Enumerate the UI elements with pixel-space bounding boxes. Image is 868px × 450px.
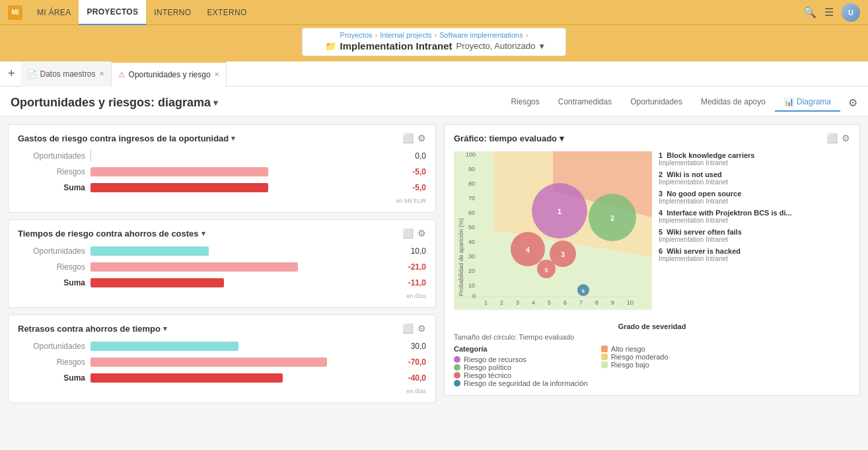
riesgo-moderado-square <box>601 354 608 360</box>
category-label: Categoría <box>454 345 588 353</box>
tab-datos-maestros-close[interactable]: ✕ <box>99 70 104 77</box>
chart1-icons: ⬜ ⚙ <box>402 133 426 143</box>
breadcrumb-software-implementations[interactable]: Software implementations <box>439 31 523 39</box>
view-title-dropdown[interactable]: ▾ <box>213 98 218 108</box>
chart1-header: Gastos de riesgo contra ingresos de la o… <box>18 133 426 143</box>
legend-riesgo-recursos: Riesgo de recursos <box>454 356 588 363</box>
chart3-icons: ⬜ ⚙ <box>402 323 426 334</box>
right-chart-card: Gráfico: tiempo evaluado ▾ ⬜ ⚙ <box>444 124 860 396</box>
svg-text:5: 5 <box>544 267 548 274</box>
legend-item-5: 5 Wiki server often fails Implementation… <box>659 228 850 243</box>
riesgo-bajo-square <box>601 361 608 368</box>
legend-list: 1 Block knowledge carriers Implementatio… <box>659 151 850 312</box>
svg-text:6: 6 <box>563 299 567 306</box>
svg-text:20: 20 <box>468 268 475 274</box>
chart-tiempos-riesgo: Tiempos de riesgo contra ahorros de cost… <box>8 219 436 308</box>
project-icon: 📁 <box>325 41 336 52</box>
chart1-riesgos-value: -5,0 <box>386 167 426 176</box>
project-header: Proyectos › Internal projects › Software… <box>0 25 868 61</box>
chart2-dropdown[interactable]: ▾ <box>201 229 205 238</box>
tab-medidas-apoyo[interactable]: Medidas de apoyo <box>692 93 775 112</box>
project-dropdown-arrow[interactable]: ▾ <box>540 42 544 51</box>
view-header: Oportunidades y riesgos: diagrama ▾ Ries… <box>0 87 868 116</box>
chart2-oport-value: 10,0 <box>386 246 426 256</box>
chart2-export-icon[interactable]: ⬜ <box>402 228 414 239</box>
chart1-riesgos-bar <box>90 166 386 178</box>
oportunidades-icon: ⚠ <box>118 70 126 79</box>
search-icon[interactable]: 🔍 <box>803 6 816 19</box>
tabs-bar: + 📄 Datos maestros ✕ ⚠ Oportunidades y r… <box>0 61 868 87</box>
project-badge: Proyecto, Autorizado <box>456 41 536 51</box>
circle-note: Tamaño del círculo: Tiempo evaluado <box>454 333 850 341</box>
nav-mi-area[interactable]: MI ÁREA <box>29 0 79 25</box>
svg-text:60: 60 <box>468 209 475 216</box>
chart2-settings-icon[interactable]: ⚙ <box>417 228 426 239</box>
legend-item-1: 1 Block knowledge carriers Implementatio… <box>659 151 850 167</box>
legend-item-4: 4 Interface with Projektron BCS is di...… <box>659 209 850 224</box>
nav-proyectos[interactable]: PROYECTOS <box>79 0 146 25</box>
tab-oportunidades-view[interactable]: Oportunidades <box>621 93 692 112</box>
chart2-riesgos-label: Riesgos <box>18 262 90 272</box>
chart1-export-icon[interactable]: ⬜ <box>402 133 414 143</box>
project-title: 📁 Implementation Intranet Proyecto, Auto… <box>312 40 556 52</box>
chart3-header: Retrasos contra ahorros de tiempo ▾ ⬜ ⚙ <box>18 323 426 334</box>
chart1-suma-bar <box>90 182 386 194</box>
chart3-riesgos-bar <box>90 356 386 368</box>
chart1-dropdown[interactable]: ▾ <box>231 134 235 143</box>
chart3-export-icon[interactable]: ⬜ <box>402 323 414 334</box>
chart2-unit: en días <box>18 293 426 299</box>
legend-item-2: 2 Wiki is not used Implementation Intran… <box>659 170 850 186</box>
svg-text:5: 5 <box>548 299 551 306</box>
nav-interno[interactable]: INTERNO <box>146 0 199 25</box>
svg-text:100: 100 <box>466 151 476 158</box>
svg-text:1: 1 <box>484 299 488 306</box>
svg-text:2: 2 <box>500 299 503 306</box>
chart1-riesgos-label: Riesgos <box>18 167 90 176</box>
svg-text:4: 4 <box>526 246 530 254</box>
diagrama-label: Diagrama <box>797 97 831 106</box>
chart2-header: Tiempos de riesgo contra ahorros de cost… <box>18 228 426 239</box>
nav-externo[interactable]: EXTERNO <box>199 0 254 25</box>
chart2-icons: ⬜ ⚙ <box>402 228 426 239</box>
right-chart-settings-icon[interactable]: ⚙ <box>842 133 850 143</box>
diagrama-icon: 📊 <box>784 97 794 106</box>
right-chart-export-icon[interactable]: ⬜ <box>826 133 838 143</box>
bubble-svg: 100 90 80 70 60 50 40 30 20 10 0 <box>454 151 652 310</box>
bubble-chart-wrapper: 100 90 80 70 60 50 40 30 20 10 0 <box>454 151 850 312</box>
right-chart-dropdown[interactable]: ▾ <box>560 133 564 143</box>
breadcrumb-proyectos[interactable]: Proyectos <box>340 31 373 39</box>
chart1-settings-icon[interactable]: ⚙ <box>417 133 426 143</box>
svg-text:30: 30 <box>468 253 475 260</box>
view-settings-icon[interactable]: ⚙ <box>848 96 857 109</box>
menu-icon[interactable]: ☰ <box>824 6 834 19</box>
tab-datos-maestros[interactable]: 📄 Datos maestros ✕ <box>20 61 112 87</box>
svg-text:10: 10 <box>627 299 633 306</box>
chart3-suma-bar <box>90 372 386 384</box>
right-chart-icons: ⬜ ⚙ <box>826 133 850 143</box>
tab-riesgos[interactable]: Riesgos <box>501 93 548 112</box>
chart3-dropdown[interactable]: ▾ <box>163 324 167 333</box>
view-title: Oportunidades y riesgos: diagrama ▾ <box>11 96 218 110</box>
tab-datos-maestros-label: Datos maestros <box>40 69 96 79</box>
svg-text:90: 90 <box>468 166 475 172</box>
svg-text:7: 7 <box>579 299 583 306</box>
chart2-suma-value: -11,0 <box>386 278 426 287</box>
chart2-riesgos-bar <box>90 261 386 273</box>
add-tab-button[interactable]: + <box>8 67 15 81</box>
tab-diagrama[interactable]: 📊 Diagrama <box>775 93 840 112</box>
svg-text:3: 3 <box>516 299 519 306</box>
legend-item-3: 3 No good open source Implementation Int… <box>659 190 850 205</box>
nav-logo: MI <box>8 5 22 20</box>
bottom-legend: Grado de severidad Tamaño del círculo: T… <box>454 322 850 387</box>
chart2-riesgos-row: Riesgos -21,0 <box>18 261 426 273</box>
chart3-settings-icon[interactable]: ⚙ <box>417 323 426 334</box>
top-navigation: MI MI ÁREA PROYECTOS INTERNO EXTERNO 🔍 ☰… <box>0 0 868 25</box>
tab-oportunidades-close[interactable]: ✕ <box>214 71 219 78</box>
legend-riesgo-seguridad: Riesgo de seguridad de la información <box>454 379 588 387</box>
tab-contramedidas[interactable]: Contramedidas <box>549 93 621 112</box>
tab-oportunidades[interactable]: ⚠ Oportunidades y riesgo ✕ <box>112 61 227 87</box>
svg-text:6: 6 <box>582 288 585 294</box>
breadcrumb-internal-projects[interactable]: Internal projects <box>380 31 431 39</box>
svg-text:3: 3 <box>561 251 565 258</box>
avatar[interactable]: U <box>842 3 860 22</box>
